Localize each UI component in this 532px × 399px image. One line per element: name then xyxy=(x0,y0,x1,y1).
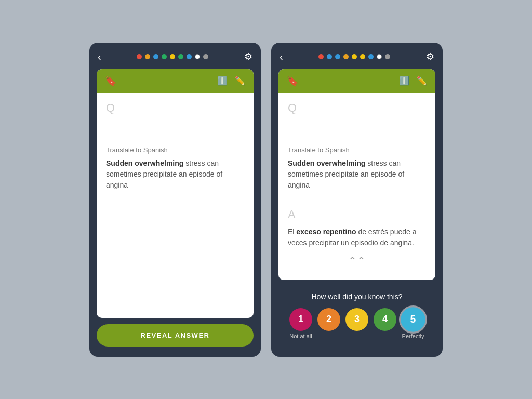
rating-question-label: How well did you know this? xyxy=(284,292,430,301)
left-dot-0[interactable] xyxy=(137,54,142,59)
rating-btn-3[interactable]: 3 xyxy=(345,308,368,331)
left-dot-2[interactable] xyxy=(153,54,158,59)
rating-btn-wrapper-0: 1Not at all xyxy=(289,308,312,339)
right-card-body: Q Translate to Spanish Sudden overwhelmi… xyxy=(278,93,435,280)
right-card: 🔖 ℹ️ ✏️ Q Translate to Spanish Sudden ov… xyxy=(278,69,435,280)
qa-divider xyxy=(288,199,426,200)
rating-buttons-row: 1Not at all2345Perfectly xyxy=(284,308,430,339)
right-answer-bold: exceso repentino xyxy=(296,228,356,236)
rating-not-at-all-label: Not at all xyxy=(289,333,312,339)
left-card-body: Q Translate to Spanish Sudden overwhelmi… xyxy=(97,93,254,290)
right-back-button[interactable]: ‹ xyxy=(280,51,283,63)
reveal-answer-button[interactable]: REVEAL ANSWER xyxy=(97,324,254,347)
left-question-text: Sudden overwhelming stress can sometimes… xyxy=(106,158,244,191)
right-dot-2[interactable] xyxy=(335,54,340,59)
right-top-bar: ‹ ⚙ xyxy=(278,51,435,63)
left-top-bar: ‹ ⚙ xyxy=(97,51,254,63)
left-back-button[interactable]: ‹ xyxy=(98,51,101,63)
rating-btn-2[interactable]: 2 xyxy=(317,308,340,331)
right-dot-6[interactable] xyxy=(368,54,374,59)
rating-btn-5[interactable]: 5 xyxy=(401,307,425,332)
rating-btn-wrapper-2: 3 xyxy=(345,308,368,339)
right-panel: ‹ ⚙ 🔖 ℹ️ ✏️ Q Translate to Spanish Sudde… xyxy=(271,43,443,357)
right-dot-5[interactable] xyxy=(360,54,365,59)
rating-btn-wrapper-3: 4 xyxy=(374,308,396,339)
rating-btn-wrapper-4: 5Perfectly xyxy=(402,308,424,339)
app-container: ‹ ⚙ 🔖 ℹ️ ✏️ Q Translate to Spanish Sudde… xyxy=(79,32,453,367)
right-dot-0[interactable] xyxy=(318,54,324,59)
left-dot-3[interactable] xyxy=(162,54,167,59)
left-dot-4[interactable] xyxy=(170,54,175,59)
left-q-label: Q xyxy=(106,101,244,115)
rating-section: How well did you know this? 1Not at all2… xyxy=(278,286,435,347)
left-edit-icon[interactable]: ✏️ xyxy=(235,76,245,86)
right-gear-icon[interactable]: ⚙ xyxy=(426,51,434,62)
right-dot-1[interactable] xyxy=(327,54,332,59)
left-info-icon[interactable]: ℹ️ xyxy=(217,76,228,86)
right-translate-label: Translate to Spanish xyxy=(288,146,426,154)
left-card: 🔖 ℹ️ ✏️ Q Translate to Spanish Sudden ov… xyxy=(97,69,254,318)
rating-btn-4[interactable]: 4 xyxy=(374,308,396,331)
left-dot-7[interactable] xyxy=(195,54,200,59)
left-panel: ‹ ⚙ 🔖 ℹ️ ✏️ Q Translate to Spanish Sudde… xyxy=(89,43,261,357)
rating-perfectly-label: Perfectly xyxy=(402,333,424,339)
right-card-header: 🔖 ℹ️ ✏️ xyxy=(278,69,435,93)
collapse-chevrons[interactable]: ⌃⌃ xyxy=(288,255,426,267)
right-dot-8[interactable] xyxy=(385,54,390,59)
left-dots-row xyxy=(137,54,208,59)
left-card-header: 🔖 ℹ️ ✏️ xyxy=(97,69,254,93)
right-answer-text: El exceso repentino de estrés puede a ve… xyxy=(288,227,426,248)
left-dot-8[interactable] xyxy=(203,54,208,59)
right-answer-prefix: El xyxy=(288,228,296,236)
right-dot-3[interactable] xyxy=(343,54,349,59)
right-dots-row xyxy=(318,54,390,59)
right-header-icons: ℹ️ ✏️ xyxy=(399,76,427,86)
rating-btn-wrapper-1: 2 xyxy=(317,308,340,339)
right-info-icon[interactable]: ℹ️ xyxy=(399,76,409,86)
left-header-icons: ℹ️ ✏️ xyxy=(217,76,245,86)
right-question-text: Sudden overwhelming stress can sometimes… xyxy=(288,158,426,191)
right-question-bold: Sudden overwhelming xyxy=(288,159,365,167)
right-q-label: Q xyxy=(288,101,426,115)
left-translate-label: Translate to Spanish xyxy=(106,146,244,154)
left-gear-icon[interactable]: ⚙ xyxy=(244,51,252,62)
left-dot-6[interactable] xyxy=(187,54,192,59)
rating-btn-1[interactable]: 1 xyxy=(289,308,312,331)
left-dot-1[interactable] xyxy=(145,54,150,59)
right-dot-4[interactable] xyxy=(352,54,357,59)
left-dot-5[interactable] xyxy=(178,54,183,59)
right-a-label: A xyxy=(288,208,426,221)
right-bookmark-icon[interactable]: 🔖 xyxy=(287,75,298,87)
right-dot-7[interactable] xyxy=(377,54,382,59)
right-edit-icon[interactable]: ✏️ xyxy=(417,76,427,86)
left-question-bold: Sudden overwhelming xyxy=(106,159,183,167)
left-bookmark-icon[interactable]: 🔖 xyxy=(105,75,116,87)
